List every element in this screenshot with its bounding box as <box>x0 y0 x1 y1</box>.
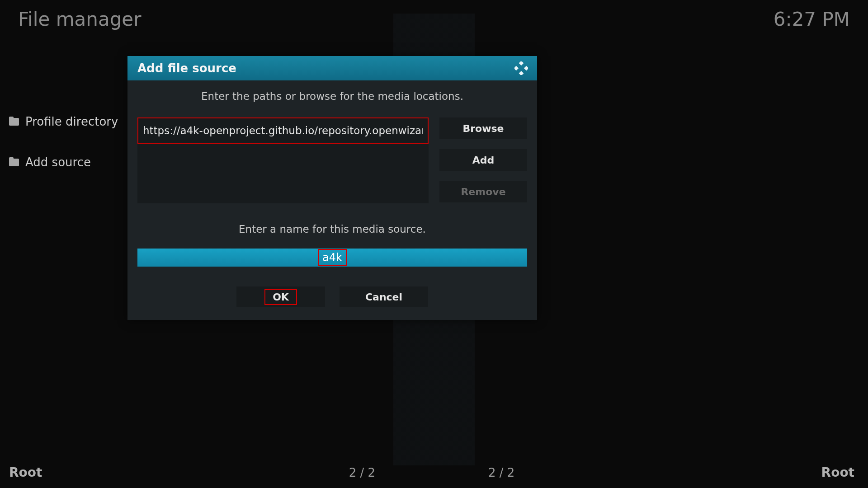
add-button[interactable]: Add <box>439 149 527 171</box>
list-item[interactable]: Add source <box>9 154 145 171</box>
folder-icon <box>9 118 19 126</box>
page-title: File manager <box>18 8 141 30</box>
footer-count-left: 2 / 2 <box>349 466 375 479</box>
name-field-wrap[interactable] <box>137 249 527 267</box>
paths-instruction: Enter the paths or browse for the media … <box>137 90 527 102</box>
svg-rect-0 <box>519 61 524 66</box>
browse-button[interactable]: Browse <box>439 117 527 139</box>
source-list: Profile directory Add source <box>9 113 145 171</box>
kodi-logo-icon <box>514 61 528 75</box>
remove-button: Remove <box>439 181 527 202</box>
paths-area <box>137 117 429 203</box>
add-file-source-dialog: Add file source Enter the paths or brows… <box>127 56 537 320</box>
footer-left: Root <box>9 465 42 480</box>
list-item-label: Add source <box>25 155 91 169</box>
svg-rect-3 <box>519 71 524 75</box>
header: File manager 6:27 PM <box>18 8 850 30</box>
clock: 6:27 PM <box>774 8 850 30</box>
dialog-title: Add file source <box>137 61 236 75</box>
footer-count-right: 2 / 2 <box>488 466 514 479</box>
list-item[interactable]: Profile directory <box>9 113 145 130</box>
footer-right: Root <box>821 465 854 480</box>
cancel-button-label: Cancel <box>365 291 402 303</box>
ok-button[interactable]: OK <box>236 286 325 307</box>
svg-rect-2 <box>524 66 528 71</box>
highlight-outline <box>318 249 347 266</box>
ok-button-label: OK <box>273 291 289 303</box>
folder-icon <box>9 159 19 166</box>
dialog-titlebar: Add file source <box>127 56 537 80</box>
path-input[interactable] <box>137 117 429 144</box>
footer-bar: Root 2 / 2 2 / 2 Root <box>9 465 854 480</box>
cancel-button[interactable]: Cancel <box>340 286 428 307</box>
name-instruction: Enter a name for this media source. <box>137 223 527 235</box>
svg-rect-1 <box>514 66 519 71</box>
list-item-label: Profile directory <box>25 115 118 128</box>
